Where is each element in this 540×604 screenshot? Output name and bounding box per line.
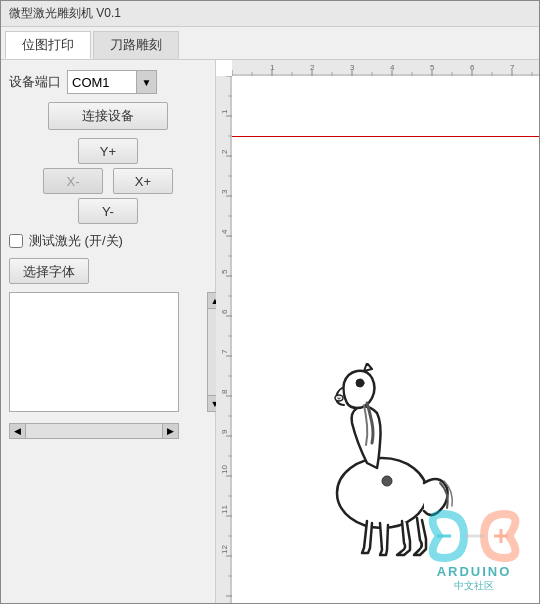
x-row: X- X+ <box>43 168 173 194</box>
ruler-left-svg <box>216 76 231 603</box>
port-combobox[interactable]: COM1 ▼ <box>67 70 157 94</box>
laser-test-checkbox[interactable] <box>9 234 23 248</box>
scroll-left-arrow[interactable]: ◀ <box>10 424 26 438</box>
svg-point-5 <box>360 381 362 383</box>
x-plus-button[interactable]: X+ <box>113 168 173 194</box>
y-minus-button[interactable]: Y- <box>78 198 138 224</box>
arduino-logo-svg <box>419 509 529 564</box>
select-font-button[interactable]: 选择字体 <box>9 258 89 284</box>
right-panel: // Will be drawn via JS <box>216 60 539 603</box>
text-input[interactable] <box>9 292 179 412</box>
ruler-left <box>216 76 232 603</box>
main-window: 微型激光雕刻机 V0.1 位图打印 刀路雕刻 设备端口 COM1 ▼ 连 <box>0 0 540 604</box>
window-title: 微型激光雕刻机 V0.1 <box>9 5 121 22</box>
red-guide-line <box>232 136 539 137</box>
laser-test-row: 测试激光 (开/关) <box>9 232 207 250</box>
y-plus-button[interactable]: Y+ <box>78 138 138 164</box>
svg-point-3 <box>335 395 343 401</box>
horizontal-scrollbar[interactable]: ◀ ▶ <box>9 423 179 439</box>
connect-row: 连接设备 <box>9 102 207 130</box>
textarea-wrapper: ▲ ▼ <box>9 292 207 415</box>
port-row: 设备端口 COM1 ▼ <box>9 70 207 94</box>
main-content: 设备端口 COM1 ▼ 连接设备 Y+ X- X+ <box>1 60 539 603</box>
tab-bitmap-print[interactable]: 位图打印 <box>5 31 91 59</box>
combo-arrow-icon[interactable]: ▼ <box>136 71 156 93</box>
svg-point-6 <box>382 476 392 486</box>
arduino-subtitle: 中文社区 <box>454 579 494 593</box>
scroll-right-arrow[interactable]: ▶ <box>162 424 178 438</box>
scroll-track-h <box>26 424 162 438</box>
y-plus-row: Y+ <box>78 138 138 164</box>
tab-toolpath-engrave[interactable]: 刀路雕刻 <box>93 31 179 59</box>
arduino-watermark: ARDUINO 中文社区 <box>419 509 529 593</box>
connect-button[interactable]: 连接设备 <box>48 102 168 130</box>
y-minus-row: Y- <box>78 198 138 224</box>
title-bar: 微型激光雕刻机 V0.1 <box>1 1 539 27</box>
font-row: 选择字体 <box>9 258 207 284</box>
ruler-top: // Will be drawn via JS <box>232 60 539 76</box>
svg-point-2 <box>337 458 427 528</box>
port-label: 设备端口 <box>9 73 61 91</box>
arduino-text: ARDUINO <box>437 564 512 579</box>
left-panel: 设备端口 COM1 ▼ 连接设备 Y+ X- X+ <box>1 60 216 603</box>
tab-bar: 位图打印 刀路雕刻 <box>1 27 539 60</box>
direction-controls: Y+ X- X+ Y- <box>9 138 207 224</box>
ruler-top-svg: // Will be drawn via JS <box>232 60 539 75</box>
canvas-area: ARDUINO 中文社区 <box>232 76 539 603</box>
port-value: COM1 <box>68 75 136 90</box>
laser-test-label: 测试激光 (开/关) <box>29 232 123 250</box>
x-minus-button[interactable]: X- <box>43 168 103 194</box>
